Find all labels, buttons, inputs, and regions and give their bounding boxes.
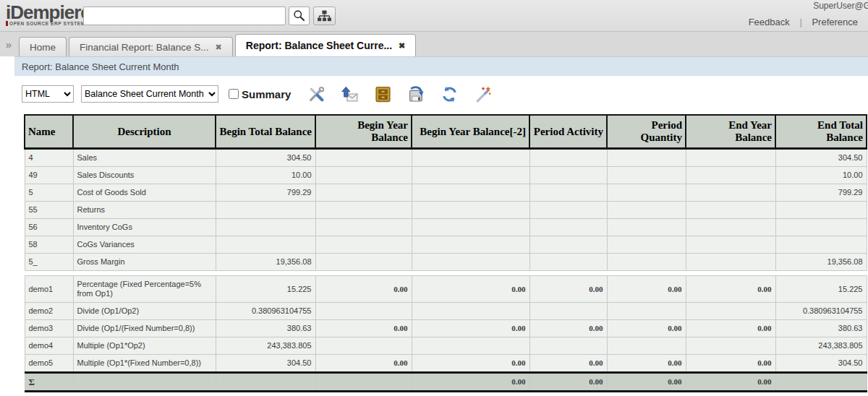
table-row: 56Inventory CoGs [25, 219, 867, 236]
application-window: iDempiere Open Source ERP System [0, 0, 868, 396]
cell-name: 58 [25, 236, 73, 254]
cell-value: 799.29 [216, 184, 315, 202]
table-row: demo5Multiple (Op1*(Fixed Number=0,8))30… [25, 355, 867, 373]
tab-report-balance-sheet[interactable]: Report: Balance Sheet Curre... ✖ [235, 34, 417, 56]
cell-value: 10.00 [216, 167, 315, 184]
logged-in-user[interactable]: SuperUser@G [813, 1, 868, 11]
financial-report-table: NameDescriptionBegin Total BalanceBegin … [24, 114, 867, 392]
cell-name: demo5 [25, 355, 73, 373]
export-icon[interactable] [407, 85, 425, 103]
cell-value: 0.00 [607, 355, 686, 373]
cell-value [607, 167, 686, 184]
tab-label: Report: Balance Sheet Curre... [246, 40, 392, 51]
column-header: Begin Year Balance [315, 115, 412, 149]
cell-value [607, 236, 686, 254]
cell-description: Sales [73, 149, 216, 167]
app-logo: iDempiere Open Source ERP System [6, 3, 90, 26]
cell-value [529, 202, 607, 219]
feedback-link[interactable]: Feedback [749, 17, 790, 27]
report-tools-icon[interactable] [307, 85, 326, 103]
cell-value [315, 219, 412, 236]
sitemap-button[interactable] [313, 7, 336, 25]
cell-value [686, 303, 775, 320]
cell-value: 15.225 [216, 276, 315, 303]
send-mail-icon[interactable] [340, 85, 359, 103]
summary-checkbox[interactable] [229, 89, 239, 99]
cell-value [607, 337, 686, 355]
cell-value: 15.225 [775, 276, 867, 303]
cell-value [775, 219, 867, 236]
cell-value [412, 184, 529, 202]
search-button[interactable] [289, 7, 310, 25]
cell-value: 0.00 [529, 320, 607, 337]
report-select[interactable]: Balance Sheet Current Month [81, 85, 218, 103]
section-spacer [25, 271, 867, 276]
column-header: End Total Balance [775, 115, 867, 149]
cell-description: Divide (Op1/Op2) [73, 303, 216, 320]
toolbar-icons [307, 85, 506, 103]
cell-value: 0.00 [686, 276, 775, 303]
cell-name: 49 [25, 167, 73, 184]
cell-value [686, 337, 775, 355]
cell-value: 0.00 [607, 276, 686, 303]
cell-value: 19,356.08 [216, 254, 315, 271]
top-header: iDempiere Open Source ERP System [0, 0, 868, 32]
cell-value [315, 337, 412, 355]
table-row: 49Sales Discounts10.0010.00 [25, 167, 867, 184]
cell-value [315, 236, 412, 254]
cell-description: Sales Discounts [73, 167, 216, 184]
close-icon[interactable]: ✖ [399, 42, 405, 50]
cell-value [216, 219, 315, 236]
cell-value [412, 167, 529, 184]
refresh-icon[interactable] [440, 85, 459, 103]
logo-subtitle: Open Source ERP System [6, 21, 90, 26]
cell-description: Gross Margin [73, 254, 216, 271]
cell-name: Σ [25, 373, 73, 392]
global-search-input[interactable] [83, 7, 286, 25]
preference-link[interactable]: Preference [812, 17, 858, 27]
cell-value: 0.00 [315, 355, 412, 373]
archive-icon[interactable] [373, 85, 392, 103]
cell-value: 243,383.805 [775, 337, 867, 355]
cell-value [412, 202, 529, 219]
wizard-icon[interactable] [473, 85, 492, 103]
cell-value: 0.00 [686, 320, 775, 337]
cell-value [529, 254, 607, 271]
cell-name: 56 [25, 219, 73, 236]
cell-value: 19,356.08 [775, 254, 867, 271]
cell-value: 304.50 [216, 355, 315, 373]
logo-title: iDempiere [6, 3, 90, 22]
table-row: 58CoGs Variances [25, 236, 867, 254]
cell-description: CoGs Variances [73, 236, 216, 254]
cell-name: demo3 [25, 320, 73, 337]
cell-value: 243,383.805 [216, 337, 315, 355]
cell-value [686, 184, 775, 202]
cell-value: 0.00 [607, 320, 686, 337]
cell-value: 0.00 [412, 320, 529, 337]
tab-home[interactable]: Home [19, 37, 67, 56]
cell-value [315, 184, 412, 202]
cell-value: 0.00 [686, 355, 775, 373]
cell-name: demo1 [25, 276, 73, 303]
summary-label[interactable]: Summary [242, 88, 291, 100]
cell-value [529, 303, 607, 320]
cell-value [529, 149, 607, 167]
cell-name: 4 [25, 149, 73, 167]
cell-value [315, 202, 412, 219]
cell-description [73, 373, 216, 392]
cell-value: 10.00 [775, 167, 867, 184]
cell-value [529, 236, 607, 254]
cell-value [412, 236, 529, 254]
cell-value [529, 184, 607, 202]
cell-value: 0.00 [412, 276, 529, 303]
cell-value [315, 373, 412, 392]
close-icon[interactable]: ✖ [216, 43, 222, 51]
tab-financial-report[interactable]: Financial Report: Balance S... ✖ [69, 37, 233, 56]
cell-value: 304.50 [216, 149, 315, 167]
cell-value: 0.00 [529, 276, 607, 303]
tab-bar: » Home Financial Report: Balance S... ✖ … [0, 32, 868, 56]
cell-value [607, 149, 686, 167]
format-select[interactable]: HTML [22, 85, 74, 103]
tab-overflow-chevron[interactable]: » [0, 38, 17, 56]
cell-value [412, 254, 529, 271]
